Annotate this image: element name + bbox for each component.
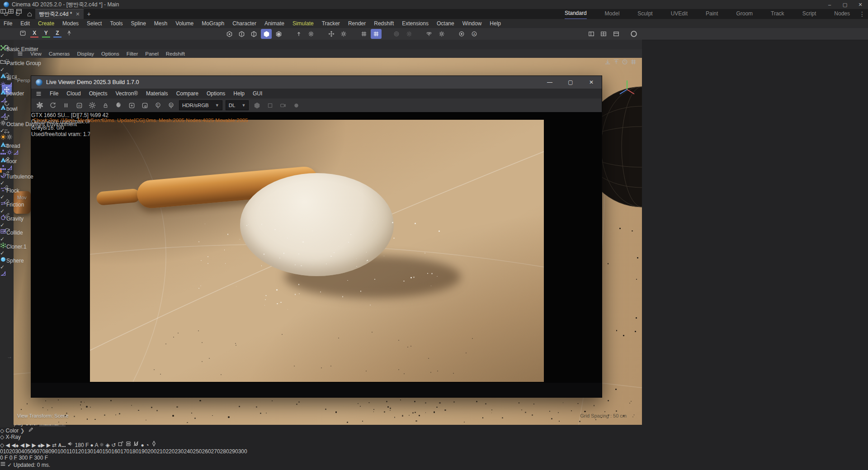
axis-x-toggle[interactable]: X xyxy=(30,29,38,38)
cluster-tag-icon[interactable] xyxy=(0,166,6,172)
menu-character[interactable]: Character xyxy=(232,20,256,27)
animation-mode-icon[interactable] xyxy=(273,29,284,39)
layout-b-icon[interactable] xyxy=(8,8,14,14)
phong-tag-icon[interactable] xyxy=(0,272,6,278)
snap-settings-icon[interactable] xyxy=(338,29,349,39)
menu-edit[interactable]: Edit xyxy=(20,20,30,27)
enabled-check-icon[interactable]: ✓ xyxy=(0,194,5,200)
quantize-grid-icon[interactable] xyxy=(371,29,382,39)
menu-select[interactable]: Select xyxy=(87,20,102,27)
menu-window[interactable]: Window xyxy=(462,20,482,27)
render-ring-icon[interactable] xyxy=(628,29,639,39)
octane-tag-icon[interactable] xyxy=(0,83,6,89)
workplane-settings-icon[interactable] xyxy=(306,29,316,39)
enabled-check-icon[interactable]: ✓ xyxy=(0,52,5,59)
falloff-icon[interactable] xyxy=(391,29,402,39)
make-editable-icon[interactable] xyxy=(224,29,235,39)
minimize-button[interactable]: – xyxy=(822,0,837,9)
range-slider[interactable]: 300 F xyxy=(19,455,33,461)
next-frame-button[interactable]: ▶ xyxy=(32,442,36,448)
menu-volume[interactable]: Volume xyxy=(175,20,193,27)
object-row-friction[interactable]: Friction✓ xyxy=(0,200,868,214)
symmetry-icon[interactable] xyxy=(424,29,434,39)
record-mode-b-icon[interactable]: ◔ xyxy=(146,442,149,448)
layout-c-icon[interactable] xyxy=(16,8,22,14)
object-row-item[interactable]: 밀대 xyxy=(0,73,868,89)
grid-icon[interactable] xyxy=(359,29,369,39)
sound-toggle[interactable] xyxy=(67,441,73,447)
menu-simulate[interactable]: Simulate xyxy=(292,20,314,27)
menu-mesh[interactable]: Mesh xyxy=(154,20,167,27)
range-end-field[interactable]: 300 F xyxy=(34,455,48,461)
menu-spline[interactable]: Spline xyxy=(131,20,146,27)
phong-tag-icon[interactable] xyxy=(6,83,13,89)
previous-key-button[interactable]: ◀◆ xyxy=(11,442,19,448)
layout-box-icon[interactable] xyxy=(17,28,28,38)
phong-tag-icon[interactable] xyxy=(13,150,19,157)
maximize-button[interactable]: ▢ xyxy=(837,0,853,9)
object-row-basic-emitter[interactable]: Basic Emitter✓ xyxy=(0,45,868,59)
next-key-button[interactable]: ◆▶ xyxy=(38,442,45,448)
keyframe-scale-toggle[interactable] xyxy=(118,441,124,447)
previous-frame-button[interactable]: ◀ xyxy=(20,442,24,448)
autokey-record-button[interactable]: A xyxy=(95,442,98,448)
layout-single-icon[interactable] xyxy=(611,29,622,39)
range-start-field[interactable]: 0 F xyxy=(0,455,8,461)
menu-animate[interactable]: Animate xyxy=(264,20,284,27)
enabled-check-icon[interactable]: ✓ xyxy=(0,222,5,228)
enabled-check-icon[interactable]: ✓ xyxy=(0,180,5,186)
timeline-ruler[interactable]: 0102030405060708090100110120130140150160… xyxy=(0,448,868,455)
autokey-toggle[interactable]: A xyxy=(58,442,66,448)
menu-tracker[interactable]: Tracker xyxy=(322,20,340,27)
object-row-turbulence[interactable]: Turbulence✓ xyxy=(0,172,868,186)
object-mode-icon[interactable] xyxy=(261,29,272,39)
object-row-bread[interactable]: bread xyxy=(0,141,868,157)
menu-create[interactable]: Create xyxy=(38,20,54,27)
workplane-icon[interactable] xyxy=(293,29,304,39)
object-row-cloner-1[interactable]: Cloner.1✓ xyxy=(0,242,868,256)
object-row-sphere[interactable]: Sphere✓ xyxy=(0,256,868,278)
auto-mode-icon[interactable]: A xyxy=(469,29,480,39)
model-mode-icon[interactable] xyxy=(236,29,247,39)
range-start-field-2[interactable]: 0 F xyxy=(9,455,17,461)
menu-redshift[interactable]: Redshift xyxy=(374,20,394,27)
axis-y-toggle[interactable]: Y xyxy=(42,29,50,38)
menu-file[interactable]: File xyxy=(4,20,12,27)
close-button[interactable]: ✕ xyxy=(853,0,868,9)
menu-modes[interactable]: Modes xyxy=(62,20,79,27)
phong-tag-icon[interactable] xyxy=(0,113,6,120)
current-frame-field[interactable]: 180 F xyxy=(75,442,89,448)
key-filter-icon[interactable] xyxy=(151,440,157,447)
menu-help[interactable]: Help xyxy=(490,20,501,27)
phong-tag-icon[interactable] xyxy=(6,166,13,172)
axis-z-toggle[interactable]: Z xyxy=(53,29,61,38)
cluster-tag-icon[interactable] xyxy=(0,150,6,157)
enabled-check-icon[interactable]: ✓ xyxy=(0,236,5,242)
go-to-end-button[interactable]: ▶ xyxy=(47,442,51,448)
keyframe-params-toggle[interactable] xyxy=(125,441,132,447)
play-button[interactable]: ▶ xyxy=(26,442,30,448)
enabled-check-icon[interactable]: ✓ xyxy=(0,66,5,73)
symmetry-settings-icon[interactable] xyxy=(436,29,447,39)
enabled-check-icon[interactable]: ✓ xyxy=(0,250,5,256)
object-row-powder[interactable]: powder xyxy=(0,89,868,104)
phong-tag-icon[interactable] xyxy=(0,98,6,104)
coordinate-system-icon[interactable] xyxy=(64,28,75,38)
menu-render[interactable]: Render xyxy=(348,20,366,27)
forward-icon[interactable]: → xyxy=(7,353,12,360)
object-row-collide[interactable]: Collide✓ xyxy=(0,228,868,242)
status-hamburger-icon[interactable] xyxy=(0,461,6,467)
object-row-octane-daylight-environment[interactable]: Octane Daylight Environment✓ xyxy=(0,120,868,141)
geartag-tag-icon[interactable] xyxy=(6,135,13,141)
object-row-floor[interactable]: floor xyxy=(0,157,868,172)
record-button[interactable]: ● xyxy=(90,442,94,448)
menu-mograph[interactable]: MoGraph xyxy=(202,20,224,27)
object-row-flock[interactable]: Flock✓ xyxy=(0,186,868,200)
suntag-tag-icon[interactable] xyxy=(0,135,6,141)
menu-octane[interactable]: Octane xyxy=(437,20,454,27)
enabled-check-icon[interactable]: ✓ xyxy=(0,208,5,214)
go-to-start-button[interactable]: ◀ xyxy=(6,442,10,448)
camera-lock-icon[interactable] xyxy=(456,29,467,39)
snap-magnet-toggle[interactable] xyxy=(133,441,139,447)
key-diamond-icon[interactable]: ◇ xyxy=(0,434,4,440)
